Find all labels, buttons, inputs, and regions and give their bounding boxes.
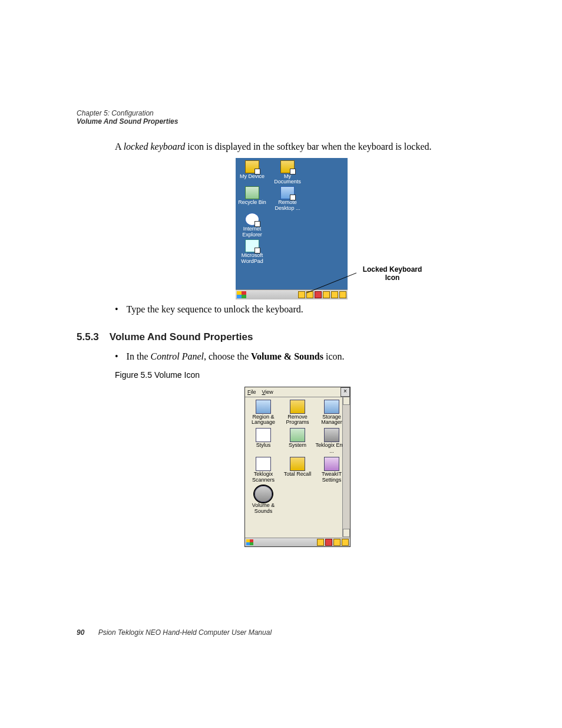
bullet-icon [115, 351, 118, 362]
taskbar [245, 538, 350, 546]
desktop-icon-wordpad: Microsoft WordPad [238, 239, 266, 265]
system-tray [317, 539, 349, 546]
cp-icon-volume-sounds: Volume & Sounds [246, 486, 280, 515]
tray-icon [298, 291, 305, 298]
desktop-icon-recycle-bin: Recycle Bin [238, 186, 266, 212]
callout-label: Locked Keyboard Icon [357, 265, 428, 282]
intro-prefix: A [115, 141, 124, 151]
intro-italic: locked keyboard [124, 141, 186, 151]
tray-icon [325, 539, 332, 546]
close-icon: × [340, 387, 350, 397]
scroll-down-icon [343, 529, 350, 537]
volume-sounds-icon [254, 486, 272, 502]
intro-suffix: icon is displayed in the softkey bar whe… [185, 141, 431, 151]
start-button-icon [246, 539, 253, 545]
footer-text: Psion Teklogix NEO Hand-Held Computer Us… [98, 628, 272, 637]
cp-icon-total-recall: Total Recall [280, 457, 315, 483]
cp-icon-system: System [280, 428, 315, 454]
section-number: 5.5.3 [77, 331, 99, 343]
figure-caption: Figure 5.5 Volume Icon [115, 370, 489, 380]
start-button-icon [237, 291, 246, 298]
chapter-subsection: Volume And Sound Properties [77, 117, 489, 126]
scrollbar [342, 397, 350, 537]
desktop-icon-my-documents: My Documents [273, 160, 302, 186]
svg-line-0 [306, 273, 356, 293]
desktop-icon-my-device: My Device [238, 160, 266, 186]
cp-icon-teklogix-scanners: Teklogix Scanners [246, 457, 280, 483]
section-heading: 5.5.3 Volume And Sound Properties [77, 331, 489, 343]
control-panel-screenshot: File View × Region & Language Remove Pro… [244, 387, 351, 547]
desktop-icon-remote-desktop: Remote Desktop ... [273, 186, 302, 212]
tray-icon [333, 539, 340, 546]
page-footer: 90 Psion Teklogix NEO Hand-Held Computer… [77, 628, 272, 637]
desktop-icon-spacer [273, 213, 302, 238]
cp-icon-region-language: Region & Language [246, 400, 280, 426]
scroll-up-icon [343, 397, 350, 405]
desktop-icon-internet-explorer: Internet Explorer [238, 213, 266, 238]
tray-icon [342, 539, 349, 546]
tray-icon [317, 539, 324, 546]
menu-file: File [247, 389, 256, 395]
menu-view: View [262, 389, 273, 395]
bullet-text: In the Control Panel, choose the Volume … [127, 351, 345, 362]
bullet-text: Type the key sequence to unlock the keyb… [127, 304, 303, 315]
chapter-label: Chapter 5: Configuration [77, 109, 489, 117]
cp-icon-remove-programs: Remove Programs [280, 400, 315, 426]
bullet-icon [115, 304, 118, 315]
bullet-control-panel: In the Control Panel, choose the Volume … [115, 351, 489, 362]
cp-icon-stylus: Stylus [246, 428, 280, 454]
bullet-unlock-keyboard: Type the key sequence to unlock the keyb… [115, 304, 489, 315]
page-number: 90 [77, 628, 84, 637]
callout-leader-line [306, 273, 359, 297]
intro-paragraph: A locked keyboard icon is displayed in t… [115, 140, 489, 153]
menubar: File View [245, 387, 350, 397]
section-title: Volume And Sound Properties [110, 331, 253, 343]
